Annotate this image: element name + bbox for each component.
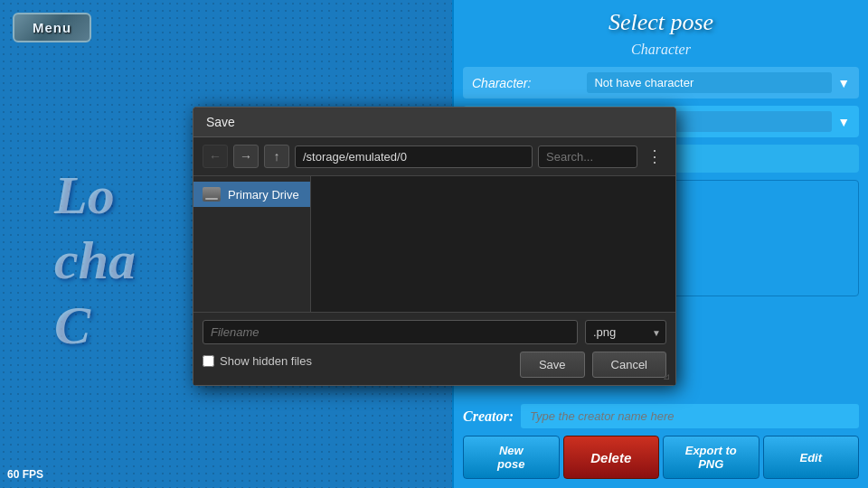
dialog-save-button[interactable]: Save — [520, 352, 585, 378]
dialog-cancel-button[interactable]: Cancel — [592, 352, 666, 378]
dialog-title: Save — [206, 115, 235, 129]
creator-row: Creator: — [463, 404, 859, 428]
character-select[interactable]: Not have character — [587, 72, 832, 93]
second-dropdown-arrow: ▼ — [837, 115, 850, 129]
fps-counter: 60 FPS — [7, 468, 43, 481]
dialog-titlebar: Save — [193, 108, 675, 137]
menu-button[interactable]: Menu — [13, 13, 91, 42]
character-row: Character: Not have character ▼ — [463, 67, 859, 99]
dialog-toolbar: ← → ↑ ⋮ — [193, 137, 675, 176]
path-input[interactable] — [295, 145, 533, 168]
up-button[interactable]: ↑ — [264, 145, 289, 168]
creator-input[interactable] — [521, 404, 859, 428]
file-sidebar: Primary Drive — [193, 176, 311, 312]
export-png-button[interactable]: Export to PNG — [663, 436, 760, 479]
creator-label: Creator: — [463, 408, 514, 425]
filetype-wrapper: .png .jpg .bmp — [585, 320, 666, 344]
primary-drive-label: Primary Drive — [228, 188, 299, 202]
new-pose-button[interactable]: New pose — [463, 436, 560, 479]
drive-icon — [203, 187, 221, 202]
show-hidden-row: Show hidden files — [203, 354, 312, 368]
character-dropdown-arrow: ▼ — [837, 76, 850, 90]
filename-input[interactable] — [203, 320, 578, 344]
edit-button[interactable]: Edit — [763, 436, 860, 479]
show-hidden-checkbox[interactable] — [203, 355, 214, 367]
dialog-body: Primary Drive — [193, 176, 675, 312]
delete-button[interactable]: Delete — [563, 436, 660, 479]
primary-drive-item[interactable]: Primary Drive — [193, 182, 310, 207]
search-input[interactable] — [538, 145, 637, 168]
footer-actions-row: Show hidden files Save Cancel — [203, 352, 666, 378]
character-label: Character: — [472, 76, 587, 90]
bottom-buttons: New pose Delete Export to PNG Edit — [463, 436, 859, 479]
panel-title: Select pose — [463, 9, 859, 36]
dialog-footer: .png .jpg .bmp Show hidden files Save Ca… — [193, 312, 675, 385]
save-dialog: Save ← → ↑ ⋮ Primary Drive .png .j — [193, 107, 676, 386]
panel-subtitle: Character — [463, 42, 859, 58]
back-button[interactable]: ← — [203, 145, 228, 168]
more-button[interactable]: ⋮ — [643, 145, 666, 168]
filename-row: .png .jpg .bmp — [203, 320, 666, 344]
resize-handle[interactable]: ⊿ — [663, 372, 674, 383]
file-main-area[interactable] — [311, 176, 675, 312]
forward-button[interactable]: → — [233, 145, 259, 168]
background-text: Lo cha C — [54, 163, 136, 358]
show-hidden-label[interactable]: Show hidden files — [220, 354, 312, 368]
dialog-actions: Save Cancel — [520, 352, 666, 378]
filetype-select[interactable]: .png .jpg .bmp — [585, 320, 666, 344]
